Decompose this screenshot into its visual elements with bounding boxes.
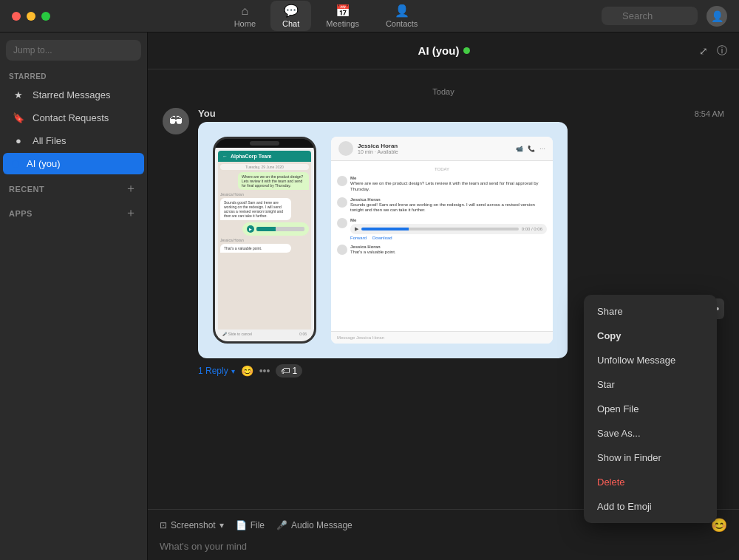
sidebar-item-all-files[interactable]: ● All Files	[3, 130, 144, 151]
apps-add-button[interactable]: ＋	[123, 205, 138, 221]
desktop-msg-avatar-2	[337, 197, 347, 208]
sidebar-item-contact-requests[interactable]: 🔖 Contact Requests	[3, 107, 144, 129]
phone-bubble-1: Where are we on the product design? Lets…	[238, 172, 309, 190]
starred-section-label: STARRED	[0, 68, 147, 83]
phone-chat-header: ← AlphaCorp Team	[218, 151, 311, 162]
phone-bubble-2: Sounds good! Sam and Irene are working o…	[220, 198, 291, 220]
starred-messages-label: Starred Messages	[33, 89, 111, 100]
file-icon: 📄	[236, 520, 247, 530]
tab-meetings-label: Meetings	[326, 19, 359, 28]
download-link[interactable]: Download	[372, 236, 392, 240]
files-icon: ●	[12, 135, 25, 146]
audio-message-button[interactable]: 🎤 Audio Message	[276, 520, 353, 530]
screenshot-button[interactable]: ⊡ Screenshot ▾	[160, 520, 224, 530]
context-menu-star[interactable]: Star	[584, 372, 717, 397]
desktop-input-placeholder: Message Jessica Horan	[337, 335, 384, 340]
chat-title-text: AI (you)	[418, 44, 460, 57]
desktop-msg-row-3: Me ▶ 0:00 / 0:06 Forward D	[337, 218, 547, 240]
phone-notch-inner	[250, 141, 279, 146]
phone-play-btn: ▶	[247, 225, 254, 233]
desktop-msg-sender-4: Jessica Horan	[350, 245, 547, 249]
online-status-dot	[463, 47, 470, 54]
context-menu-open-file[interactable]: Open File	[584, 397, 717, 421]
sidebar: STARRED ★ Starred Messages 🔖 Contact Req…	[0, 33, 148, 560]
context-menu-add-to-emoji[interactable]: Add to Emoji	[584, 494, 717, 519]
user-avatar[interactable]: 👤	[706, 6, 727, 27]
message-avatar: 🕶	[163, 108, 189, 134]
apps-label: APPS	[9, 209, 33, 218]
file-button[interactable]: 📄 File	[236, 520, 265, 530]
phone-mockup: ← AlphaCorp Team Tuesday, 29 June 2020 W…	[213, 137, 316, 344]
phone-bubble-3: That's a valuable point.	[220, 244, 291, 253]
screenshot-chevron: ▾	[219, 520, 224, 530]
reaction-add-button[interactable]: 😊	[241, 365, 253, 377]
desktop-msg-text-1: Where are we on the product design? Lets…	[350, 181, 547, 193]
desktop-audio-bar: ▶ 0:00 / 0:06	[350, 224, 547, 234]
reaction-badge[interactable]: 🏷 1	[276, 364, 302, 378]
tab-home-label: Home	[234, 19, 256, 28]
reply-count[interactable]: 1 Reply ▾	[198, 366, 235, 376]
recent-add-button[interactable]: ＋	[123, 181, 138, 197]
recent-section-header: RECENT ＋	[0, 175, 147, 199]
more-options-button[interactable]: •••	[259, 365, 270, 377]
context-menu-copy[interactable]: Copy	[584, 324, 717, 348]
desktop-input-area: Message Jessica Horan	[331, 331, 553, 344]
screenshot-preview: ← AlphaCorp Team Tuesday, 29 June 2020 W…	[198, 122, 568, 358]
jump-to-input[interactable]	[6, 40, 141, 61]
audio-message-label: Audio Message	[291, 520, 353, 530]
desktop-hdr-actions: 📹 📞 ⋯	[516, 146, 545, 152]
phone-bottom-bar: 🎤 Slide to cancel 0:06	[218, 329, 311, 338]
tab-home[interactable]: ⌂ Home	[222, 1, 268, 31]
recent-label: RECENT	[9, 185, 44, 194]
file-label: File	[251, 520, 265, 530]
reply-count-text: 1 Reply	[198, 366, 228, 376]
phone-audio-bubble: ▶	[242, 222, 309, 236]
desktop-chat-preview: Jessica Horan 10 min · Available 📹 📞 ⋯	[331, 137, 553, 344]
context-menu-save-as[interactable]: Save As...	[584, 421, 717, 445]
chat-title: AI (you)	[418, 44, 471, 57]
screenshot-label: Screenshot	[171, 520, 216, 530]
nav-tabs: ⌂ Home 💬 Chat 📅 Meetings 👤 Contacts	[50, 1, 602, 31]
sidebar-item-ai-you[interactable]: AI (you)	[3, 153, 144, 174]
contacts-icon: 👤	[395, 4, 409, 18]
all-files-label: All Files	[33, 135, 67, 146]
desktop-msg-row-1: Me Where are we on the product design? L…	[337, 176, 547, 193]
ai-you-label: AI (you)	[27, 158, 61, 169]
forward-link[interactable]: Forward	[350, 236, 367, 240]
reply-chevron-icon: ▾	[231, 367, 235, 375]
context-menu-delete[interactable]: Delete	[584, 470, 717, 494]
desktop-chat-header: Jessica Horan 10 min · Available 📹 📞 ⋯	[331, 137, 553, 161]
minimize-button[interactable]	[27, 12, 35, 21]
phone-date: Tuesday, 29 June 2020	[220, 164, 309, 170]
tab-contacts[interactable]: 👤 Contacts	[374, 1, 429, 31]
context-menu-unfollow[interactable]: Unfollow Message	[584, 348, 717, 372]
phone-chat-header-text: AlphaCorp Team	[231, 154, 272, 159]
info-icon[interactable]: ⓘ	[717, 44, 727, 58]
search-input[interactable]	[602, 7, 698, 25]
tab-chat-label: Chat	[282, 19, 299, 28]
tab-meetings[interactable]: 📅 Meetings	[314, 1, 371, 31]
message-header: You 8:54 AM	[198, 108, 724, 119]
phone-sender2: Jessica Horan	[220, 238, 309, 242]
phone-icon: 📞	[528, 146, 535, 152]
tab-chat[interactable]: 💬 Chat	[270, 1, 311, 31]
context-menu-share[interactable]: Share	[584, 299, 717, 324]
sidebar-item-starred-messages[interactable]: ★ Starred Messages	[3, 84, 144, 106]
popout-icon[interactable]: ⤢	[699, 45, 708, 57]
chat-header: AI (you) ⤢ ⓘ	[148, 33, 739, 69]
context-menu-show-in-finder[interactable]: Show in Finder	[584, 445, 717, 470]
desktop-audio-actions: Forward Download	[350, 236, 547, 240]
desktop-hdr-avatar	[338, 141, 353, 156]
desktop-msg-text-2: Sounds good! Sam and Irene are working o…	[350, 202, 547, 214]
desktop-msg-body-4: Jessica Horan That's a valuable point.	[350, 245, 547, 256]
reaction-emoji: 🏷	[281, 366, 290, 376]
chat-text-input[interactable]	[160, 541, 727, 552]
home-icon: ⌂	[242, 4, 249, 18]
desktop-msg-body-2: Jessica Horan Sounds good! Sam and Irene…	[350, 197, 547, 214]
tab-contacts-label: Contacts	[386, 19, 418, 28]
message-sender: You	[198, 108, 216, 119]
meetings-icon: 📅	[336, 4, 350, 18]
maximize-button[interactable]	[41, 12, 50, 21]
close-button[interactable]	[12, 12, 21, 21]
phone-sender: Jessica Horan	[220, 192, 309, 197]
